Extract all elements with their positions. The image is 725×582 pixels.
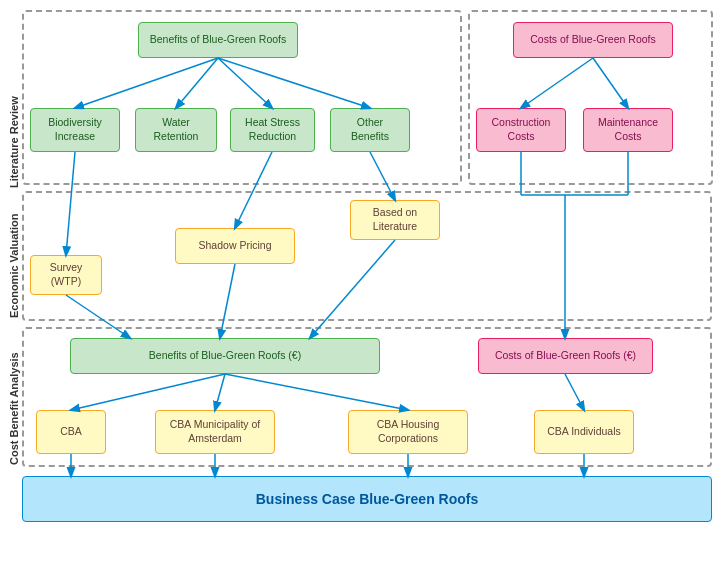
biodiversity-node: Biodiversity Increase (30, 108, 120, 152)
benefits-bg-roofs-node: Benefits of Blue-Green Roofs (138, 22, 298, 58)
costs-euro-node: Costs of Blue-Green Roofs (€) (478, 338, 653, 374)
costs-bg-roofs-node: Costs of Blue-Green Roofs (513, 22, 673, 58)
main-container: Literature Review Economic Valuation Cos… (0, 0, 725, 582)
construction-costs-node: Construction Costs (476, 108, 566, 152)
maintenance-costs-node: Maintenance Costs (583, 108, 673, 152)
shadow-pricing-node: Shadow Pricing (175, 228, 295, 264)
survey-wtp-node: Survey (WTP) (30, 255, 102, 295)
water-retention-node: Water Retention (135, 108, 217, 152)
based-on-literature-node: Based on Literature (350, 200, 440, 240)
business-case-bar: Business Case Blue-Green Roofs (22, 476, 712, 522)
cba-individuals-node: CBA Individuals (534, 410, 634, 454)
literature-review-label: Literature Review (8, 38, 20, 188)
heat-stress-node: Heat Stress Reduction (230, 108, 315, 152)
economic-valuation-label: Economic Valuation (8, 208, 20, 318)
cba-municipality-node: CBA Municipality of Amsterdam (155, 410, 275, 454)
other-benefits-node: Other Benefits (330, 108, 410, 152)
cba-node: CBA (36, 410, 106, 454)
cost-benefit-label: Cost Benefit Analysis (8, 345, 20, 465)
benefits-euro-node: Benefits of Blue-Green Roofs (€) (70, 338, 380, 374)
cba-housing-node: CBA Housing Corporations (348, 410, 468, 454)
